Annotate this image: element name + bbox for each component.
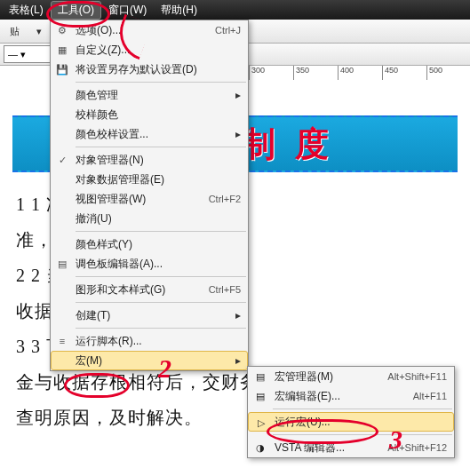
menu-label: VSTA 编辑器... bbox=[275, 440, 345, 456]
ruler-tick: 450 bbox=[382, 66, 398, 80]
menu-separator bbox=[76, 147, 246, 147]
tools-menu-item[interactable]: 颜色样式(Y) bbox=[51, 234, 248, 254]
macro-submenu-item[interactable]: ◑VSTA 编辑器...Alt+Shift+F12 bbox=[248, 438, 454, 457]
tools-menu-item[interactable]: 宏(M)▸ bbox=[51, 351, 248, 370]
submenu-arrow-icon: ▸ bbox=[235, 309, 241, 321]
menu-separator bbox=[76, 328, 246, 329]
macro-submenu-item[interactable]: ▷运行宏(U)... bbox=[248, 412, 454, 432]
menu-separator bbox=[76, 82, 246, 83]
menu-separator bbox=[76, 302, 246, 303]
shortcut: Ctrl+F5 bbox=[209, 284, 241, 295]
tools-menu-item[interactable]: 撤消(U) bbox=[51, 209, 248, 228]
save-icon: 💾 bbox=[55, 62, 69, 76]
shortcut: Alt+Shift+F12 bbox=[387, 442, 447, 453]
tools-menu-item[interactable]: ▦自定义(Z)... bbox=[51, 40, 248, 60]
menu-label: 撤消(U) bbox=[76, 211, 112, 226]
shortcut: Alt+Shift+F11 bbox=[387, 371, 447, 382]
chk-icon: ✓ bbox=[55, 153, 69, 167]
tools-menu-item[interactable]: 颜色管理▸ bbox=[51, 85, 248, 105]
menu-label: 将设置另存为默认设置(D) bbox=[76, 62, 197, 77]
menubar: 表格(L) 工具(O) 窗口(W) 帮助(H) bbox=[0, 0, 470, 20]
menu-label: 宏编辑器(E)... bbox=[275, 389, 340, 404]
menu-window[interactable]: 窗口(W) bbox=[101, 1, 154, 20]
menu-label: 视图管理器(W) bbox=[76, 192, 146, 207]
tools-menu-item[interactable]: 💾将设置另存为默认设置(D) bbox=[51, 60, 248, 79]
cust-icon: ▦ bbox=[55, 43, 69, 57]
ed-icon: ▤ bbox=[253, 389, 267, 403]
tools-menu-item[interactable]: 对象数据管理器(E) bbox=[51, 170, 248, 189]
macro-submenu: ▤宏管理器(M)Alt+Shift+F11▤宏编辑器(E)...Alt+F11▷… bbox=[247, 366, 455, 458]
tools-menu-item[interactable]: 视图管理器(W)Ctrl+F2 bbox=[51, 189, 248, 209]
tools-menu-item[interactable]: 图形和文本样式(G)Ctrl+F5 bbox=[51, 280, 248, 299]
tools-menu: ⚙选项(O)...Ctrl+J▦自定义(Z)...💾将设置另存为默认设置(D)颜… bbox=[50, 20, 249, 371]
menu-label: 颜色样式(Y) bbox=[76, 237, 132, 252]
tools-menu-item[interactable]: 颜色校样设置...▸ bbox=[51, 124, 248, 144]
menu-label: 运行脚本(R)... bbox=[76, 334, 142, 349]
ruler-tick: 350 bbox=[293, 66, 309, 80]
size-dropdown[interactable]: — ▾ bbox=[4, 45, 53, 63]
menu-label: 校样颜色 bbox=[76, 107, 118, 123]
shortcut: Alt+F11 bbox=[413, 391, 447, 401]
menu-tools[interactable]: 工具(O) bbox=[51, 1, 101, 20]
menu-label: 自定义(Z)... bbox=[76, 43, 130, 58]
tools-menu-item[interactable]: 校样颜色 bbox=[51, 105, 248, 124]
submenu-arrow-icon: ▸ bbox=[235, 128, 241, 140]
run-icon: ▷ bbox=[254, 416, 268, 430]
menu-label: 调色板编辑器(A)... bbox=[76, 257, 163, 272]
menu-tables[interactable]: 表格(L) bbox=[2, 1, 51, 20]
tools-menu-item[interactable]: ✓对象管理器(N) bbox=[51, 150, 248, 170]
menu-separator bbox=[273, 409, 452, 409]
menu-label: 对象数据管理器(E) bbox=[76, 172, 164, 187]
mgr-icon: ▤ bbox=[253, 369, 267, 384]
menu-label: 宏(M) bbox=[76, 353, 102, 369]
macro-submenu-item[interactable]: ▤宏管理器(M)Alt+Shift+F11 bbox=[248, 367, 454, 386]
scr-icon: ≡ bbox=[55, 334, 69, 348]
tools-menu-item[interactable]: ≡运行脚本(R)... bbox=[51, 331, 248, 351]
menu-label: 图形和文本样式(G) bbox=[76, 282, 165, 298]
submenu-arrow-icon: ▸ bbox=[235, 354, 241, 367]
shortcut: Ctrl+J bbox=[215, 25, 241, 36]
pal-icon: ▤ bbox=[55, 257, 69, 271]
menu-label: 颜色管理 bbox=[76, 88, 118, 103]
opt-icon: ⚙ bbox=[55, 23, 69, 37]
tool-dropdown-icon[interactable]: ▾ bbox=[28, 20, 50, 42]
menu-label: 运行宏(U)... bbox=[275, 415, 331, 430]
menu-label: 创建(T) bbox=[76, 308, 110, 323]
menu-separator bbox=[273, 434, 452, 435]
ruler-tick: 400 bbox=[338, 66, 354, 80]
ruler-tick: 500 bbox=[426, 66, 442, 80]
submenu-arrow-icon: ▸ bbox=[235, 89, 241, 101]
tools-menu-item[interactable]: ⚙选项(O)...Ctrl+J bbox=[51, 20, 248, 40]
ruler-tick: 300 bbox=[249, 66, 265, 80]
menu-separator bbox=[76, 231, 246, 232]
menu-help[interactable]: 帮助(H) bbox=[154, 1, 204, 20]
menu-label: 宏管理器(M) bbox=[275, 369, 333, 385]
shortcut: Ctrl+F2 bbox=[209, 194, 241, 204]
menu-label: 对象管理器(N) bbox=[76, 153, 144, 168]
tools-menu-item[interactable]: 创建(T)▸ bbox=[51, 305, 248, 325]
tools-menu-item[interactable]: ▤调色板编辑器(A)... bbox=[51, 254, 248, 274]
paste-button[interactable]: 贴 bbox=[4, 20, 25, 42]
menu-label: 颜色校样设置... bbox=[76, 127, 148, 142]
macro-submenu-item[interactable]: ▤宏编辑器(E)...Alt+F11 bbox=[248, 386, 454, 406]
vsta-icon: ◑ bbox=[253, 440, 267, 455]
menu-separator bbox=[76, 276, 246, 277]
menu-label: 选项(O)... bbox=[76, 23, 121, 38]
